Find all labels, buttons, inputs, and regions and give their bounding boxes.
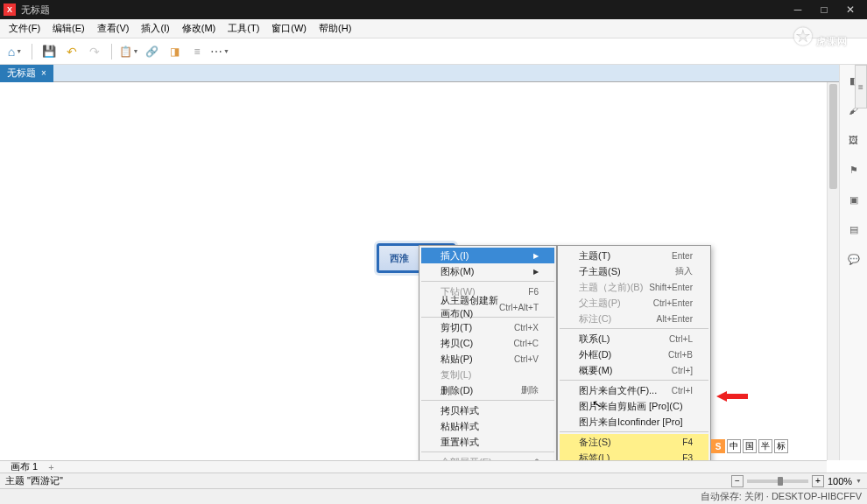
menu-item[interactable]: 图片来自文件(F)...Ctrl+I: [560, 382, 708, 398]
flag-icon[interactable]: ⚑: [843, 156, 864, 184]
ime-indicator: S 中 国 半 标: [711, 439, 788, 453]
menu-insert[interactable]: 插入(I): [136, 20, 174, 37]
comment-icon[interactable]: 💬: [843, 245, 864, 273]
clipboard-button[interactable]: 📋▼: [119, 42, 138, 61]
menu-item[interactable]: 图片来自剪贴画 [Pro](C): [560, 398, 708, 414]
zoom-control: − + 100% ▼: [731, 475, 862, 487]
status-bar: 主题 "西游记" − + 100% ▼: [0, 472, 867, 488]
menu-edit[interactable]: 编辑(E): [47, 20, 90, 37]
home-button[interactable]: ⌂▼: [5, 42, 25, 61]
menu-item: 主题（之前)(B)Shift+Enter: [560, 279, 708, 295]
autosave-status: 自动保存: 关闭 · DESKTOP-HIBCFFV: [701, 490, 862, 503]
menu-view[interactable]: 查看(V): [92, 20, 135, 37]
link-button[interactable]: 🔗: [142, 42, 161, 61]
menu-item: 复制(L): [421, 367, 554, 382]
right-panel: ≡ ◧ 🖌 🖼 ⚑ ▣ ▤ 💬: [839, 65, 867, 460]
tab-title: 无标题: [7, 66, 36, 80]
menu-item[interactable]: 子主题(S)插入: [560, 263, 708, 279]
zoom-out-button[interactable]: −: [731, 475, 744, 487]
minimize-button[interactable]: ─: [785, 0, 811, 19]
menu-item[interactable]: 粘贴(P)Ctrl+V: [421, 351, 554, 367]
page-tab[interactable]: 画布 1: [5, 460, 43, 473]
zoom-dropdown-icon[interactable]: ▼: [856, 478, 862, 484]
image-icon[interactable]: 🖼: [843, 126, 864, 154]
node-text: 西淮: [390, 252, 409, 265]
status-topic: 主题 "西游记": [5, 474, 63, 487]
add-page-button[interactable]: +: [48, 462, 53, 472]
redo-button[interactable]: ↷: [85, 42, 104, 61]
vertical-scrollbar[interactable]: [827, 82, 839, 460]
zoom-value: 100%: [828, 476, 852, 486]
menu-bar: 文件(F) 编辑(E) 查看(V) 插入(I) 修改(M) 工具(T) 窗口(W…: [0, 19, 867, 38]
menu-item[interactable]: 图片来自Iconfinder [Pro]: [560, 414, 708, 430]
menu-help[interactable]: 帮助(H): [314, 20, 356, 37]
note-icon[interactable]: ▤: [843, 215, 864, 243]
menu-item[interactable]: 外框(D)Ctrl+B: [560, 346, 708, 362]
menu-item[interactable]: 插入(I)▶: [421, 248, 554, 263]
menu-item[interactable]: 粘贴样式: [421, 418, 554, 434]
ime-lang[interactable]: 中: [727, 439, 741, 453]
page-tabs: 画布 1 +: [0, 460, 827, 472]
boundary-button[interactable]: ◨: [165, 42, 184, 61]
menu-tools[interactable]: 工具(T): [222, 20, 264, 37]
document-tab[interactable]: 无标题 ×: [0, 65, 53, 82]
menu-file[interactable]: 文件(F): [4, 20, 46, 37]
ime-icon[interactable]: S: [711, 439, 725, 453]
summary-button[interactable]: ≡: [187, 42, 207, 61]
close-button[interactable]: ✕: [837, 0, 863, 19]
menu-item[interactable]: 剪切(T)Ctrl+X: [421, 319, 554, 335]
menu-item[interactable]: 备注(S)F4: [560, 434, 708, 450]
maximize-button[interactable]: □: [811, 0, 837, 19]
panel-handle[interactable]: ≡: [855, 65, 867, 108]
save-button[interactable]: 💾: [39, 42, 59, 61]
menu-item[interactable]: 删除(D)删除: [421, 382, 554, 398]
menu-item[interactable]: 拷贝(C)Ctrl+C: [421, 335, 554, 351]
window-title: 无标题: [21, 4, 50, 17]
menu-item[interactable]: 拷贝样式: [421, 402, 554, 418]
menu-window[interactable]: 窗口(W): [266, 20, 312, 37]
menu-item[interactable]: 从主题创建新画布(N)Ctrl+Alt+T: [421, 299, 554, 315]
tab-close-icon[interactable]: ×: [41, 68, 46, 78]
zoom-in-button[interactable]: +: [812, 475, 824, 487]
ime-punct[interactable]: 标: [774, 439, 788, 453]
app-icon: X: [4, 4, 16, 16]
title-bar: X 无标题 ─ □ ✕: [0, 0, 867, 19]
menu-item[interactable]: 联系(L)Ctrl+L: [560, 331, 708, 346]
tab-bar: 无标题 ×: [0, 65, 867, 82]
menu-item[interactable]: 重置样式: [421, 434, 554, 450]
menu-item[interactable]: 主题(T)Enter: [560, 248, 708, 263]
zoom-slider[interactable]: [747, 480, 808, 483]
toolbar: ⌂▼ 💾 ↶ ↷ 📋▼ 🔗 ◨ ≡ ⋯▼: [0, 38, 867, 65]
menu-item: 标注(C)Alt+Enter: [560, 311, 708, 326]
menu-modify[interactable]: 修改(M): [177, 20, 222, 37]
more-button[interactable]: ⋯▼: [210, 42, 229, 61]
ime-kb[interactable]: 国: [743, 439, 757, 453]
menu-item[interactable]: 概要(M)Ctrl+]: [560, 362, 708, 378]
task-icon[interactable]: ▣: [843, 186, 864, 214]
ime-width[interactable]: 半: [758, 439, 772, 453]
menu-item: 父主题(P)Ctrl+Enter: [560, 295, 708, 311]
footer-bar: 自动保存: 关闭 · DESKTOP-HIBCFFV: [0, 488, 867, 504]
undo-button[interactable]: ↶: [62, 42, 81, 61]
menu-item[interactable]: 图标(M)▶: [421, 263, 554, 279]
